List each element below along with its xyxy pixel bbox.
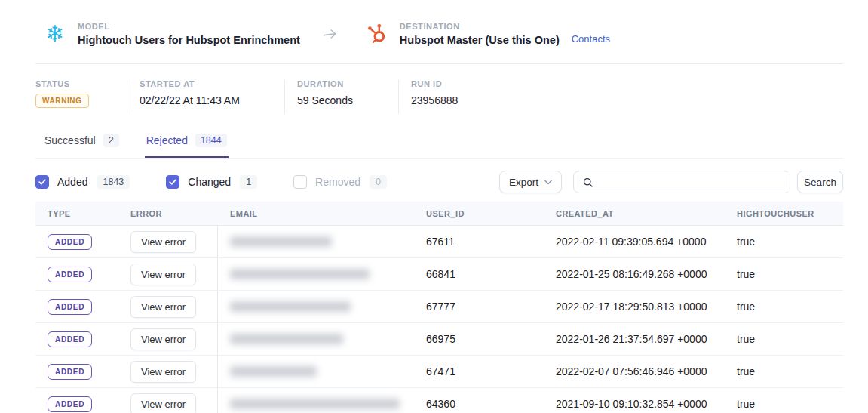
view-error-button[interactable]: View error [130,296,196,318]
export-button-label: Export [509,177,538,188]
email-redacted-value [230,366,317,377]
table-row: ADDED View error 64360 2021-09-10 09:10:… [35,388,843,413]
changed-label: Changed [188,176,231,188]
status-section: STATUS WARNING [35,79,127,114]
removed-count: 0 [370,175,387,189]
user-id-cell: 67471 [414,356,544,387]
run-header: ❄ MODEL Hightouch Users for Hubspot Enri… [35,0,843,64]
created-at-cell: 2022-01-25 08:16:49.268 +0000 [544,258,725,290]
email-redacted-value [230,301,351,312]
column-header-hightouchuser: HIGHTOUCHUSER [725,209,843,218]
table-row: ADDED View error 67777 2022-02-17 18:29:… [35,291,843,323]
filter-toolbar: Added 1843 Changed 1 Removed 0 Export [35,171,843,193]
type-badge: ADDED [48,299,92,315]
hightouchuser-cell: true [725,356,843,387]
created-at-cell: 2022-02-07 07:56:46.946 +0000 [544,356,725,387]
added-label: Added [57,176,87,188]
column-header-user-id: USER_ID [414,209,544,218]
column-header-created-at: CREATED_AT [544,209,725,218]
run-meta-row: STATUS WARNING STARTED AT 02/22/22 At 11… [35,79,843,114]
tab-successful[interactable]: Successful 2 [43,134,121,158]
started-at-value: 02/22/22 At 11:43 AM [140,94,265,106]
search-button-label: Search [804,177,836,188]
tab-rejected-label: Rejected [146,134,188,146]
filter-removed[interactable]: Removed 0 [293,175,387,189]
user-id-cell: 66975 [414,323,544,355]
type-badge: ADDED [48,364,92,380]
status-badge: WARNING [35,94,89,108]
run-id-section: RUN ID 23956888 [398,79,477,114]
model-name: Hightouch Users for Hubspot Enrinchment [78,34,300,46]
view-error-button[interactable]: View error [130,231,196,253]
snowflake-icon: ❄ [43,22,67,46]
tab-rejected[interactable]: Rejected 1844 [145,134,229,158]
type-badge: ADDED [48,234,92,250]
column-header-error: ERROR [118,209,218,218]
search-input[interactable] [600,172,790,192]
table-body: ADDED View error 67611 2022-02-11 09:39:… [35,226,843,413]
check-icon [38,177,47,186]
model-entity: ❄ MODEL Hightouch Users for Hubspot Enri… [35,22,300,46]
view-error-button[interactable]: View error [130,328,196,350]
view-error-button[interactable]: View error [130,361,196,383]
removed-checkbox[interactable] [293,175,307,189]
hightouchuser-cell: true [725,388,843,413]
started-at-label: STARTED AT [140,79,265,88]
created-at-cell: 2022-02-11 09:39:05.694 +0000 [544,226,725,257]
filter-added[interactable]: Added 1843 [35,175,130,189]
created-at-cell: 2022-02-17 18:29:50.813 +0000 [544,291,725,322]
email-redacted-value [230,334,343,344]
search-button[interactable]: Search [797,171,843,193]
column-header-type: TYPE [35,209,118,218]
hubspot-icon [365,22,389,46]
destination-label: DESTINATION [400,22,560,31]
created-at-cell: 2021-09-10 09:10:32.854 +0000 [544,388,725,413]
duration-value: 59 Seconds [297,94,379,106]
hightouchuser-cell: true [725,323,843,355]
table-row: ADDED View error 67611 2022-02-11 09:39:… [35,226,843,258]
table-row: ADDED View error 66841 2022-01-25 08:16:… [35,258,843,291]
user-id-cell: 64360 [414,388,544,413]
model-label: MODEL [78,22,300,31]
table-header-row: TYPE ERROR EMAIL USER_ID CREATED_AT HIGH… [35,202,843,226]
added-count: 1843 [97,175,130,189]
tab-rejected-count: 1844 [195,134,227,147]
table-row: ADDED View error 66975 2022-01-26 21:37:… [35,323,843,356]
email-redacted-value [230,236,332,247]
run-id-label: RUN ID [411,79,458,88]
tab-successful-label: Successful [44,134,96,146]
hightouchuser-cell: true [725,258,843,290]
export-button[interactable]: Export [499,171,562,193]
email-redacted-value [230,399,400,409]
hightouchuser-cell: true [725,226,843,257]
search-icon [582,177,593,188]
status-label: STATUS [35,79,107,88]
view-error-button[interactable]: View error [130,393,196,413]
arrow-right-icon [321,26,338,42]
user-id-cell: 67777 [414,291,544,322]
duration-label: DURATION [297,79,379,88]
started-at-section: STARTED AT 02/22/22 At 11:43 AM [127,79,284,114]
run-id-value: 23956888 [411,94,458,106]
type-badge: ADDED [48,267,92,282]
contacts-link[interactable]: Contacts [572,33,610,45]
type-badge: ADDED [48,331,92,347]
column-header-email: EMAIL [218,209,414,218]
added-checkbox[interactable] [35,175,49,189]
filter-changed[interactable]: Changed 1 [166,175,257,189]
type-badge: ADDED [48,396,92,412]
user-id-cell: 67611 [414,226,544,257]
destination-entity: DESTINATION Hubspot Master (Use this One… [357,22,610,46]
table-row: ADDED View error 67471 2022-02-07 07:56:… [35,356,843,388]
duration-section: DURATION 59 Seconds [284,79,398,114]
hightouchuser-cell: true [725,291,843,322]
sync-run-page: ❄ MODEL Hightouch Users for Hubspot Enri… [0,0,868,413]
view-error-button[interactable]: View error [130,264,196,285]
result-tabs: Successful 2 Rejected 1844 [35,134,843,159]
created-at-cell: 2022-01-26 21:37:54.697 +0000 [544,323,725,355]
destination-name: Hubspot Master (Use this One) [400,34,560,46]
chevron-down-icon [544,180,552,185]
changed-checkbox[interactable] [166,175,179,189]
removed-label: Removed [315,176,360,188]
tab-successful-count: 2 [103,134,119,147]
